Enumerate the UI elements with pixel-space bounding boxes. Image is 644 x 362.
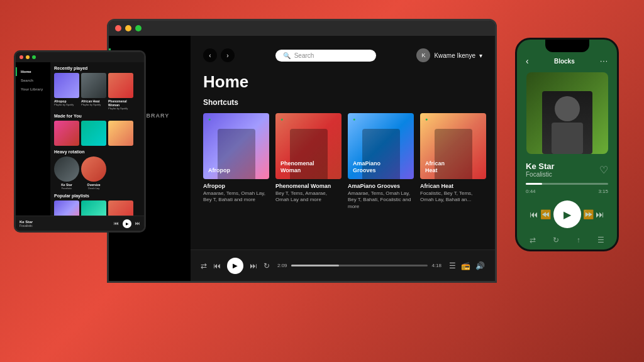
- t-afropop-sub: Playlist by Spotify: [54, 103, 79, 106]
- shuffle-icon[interactable]: ⇄: [201, 261, 207, 270]
- african-label: AfricanHeat: [425, 160, 445, 174]
- tablet-dot-green[interactable]: [32, 55, 36, 59]
- made-for-you-grid: [54, 121, 140, 146]
- heavy-rotation-label: Heavy rotation: [54, 150, 140, 154]
- next-icon[interactable]: ⏭: [250, 261, 257, 270]
- phone-skip-forward-icon[interactable]: ⏩: [583, 209, 594, 219]
- dot-green[interactable]: [135, 25, 142, 31]
- phone-track-fill: [526, 183, 542, 185]
- user-avatar: K: [416, 48, 430, 62]
- search-bar[interactable]: 🔍 Search: [275, 50, 376, 62]
- play-pause-button[interactable]: ▶: [227, 258, 243, 274]
- nav-back[interactable]: ‹: [203, 48, 217, 62]
- shortcut-card-african[interactable]: ● AfricanHeat African Heat Focalistic, B…: [420, 113, 486, 210]
- phone-prev-icon[interactable]: ⏮: [530, 209, 538, 219]
- tablet-titlebar: [16, 52, 144, 62]
- phone-track-title: Ke Star: [526, 162, 555, 171]
- phone-screen: ‹ Blocks ··· Ke Star Focalistic ♡ 0:44: [515, 38, 619, 251]
- t-mfy-1[interactable]: [54, 121, 79, 146]
- popular-playlists-label: Popular playlists: [54, 194, 140, 198]
- heart-icon[interactable]: ♡: [599, 164, 608, 176]
- woman-label: PhenomenalWoman: [280, 160, 314, 174]
- phone-header: ‹ Blocks ···: [517, 52, 617, 69]
- t-mfy-3[interactable]: [108, 121, 133, 146]
- ts-search[interactable]: Search: [16, 76, 50, 85]
- dot-red[interactable]: [115, 25, 121, 31]
- t-card-afropop[interactable]: Afropop Playlist by Spotify: [54, 73, 79, 110]
- t-mfy-2[interactable]: [81, 121, 106, 146]
- woman-cover: ● PhenomenalWoman: [275, 113, 341, 179]
- phone-share-icon[interactable]: ↑: [577, 236, 580, 244]
- african-cover: ● AfricanHeat: [420, 113, 486, 179]
- laptop-device: Home Browse Radio YOUR LIBRARY ‹ › 🔍 Sea…: [107, 19, 497, 283]
- ts-home[interactable]: Home: [16, 67, 50, 76]
- repeat-icon[interactable]: ↻: [264, 261, 270, 270]
- phone-next-icon[interactable]: ⏭: [596, 209, 604, 219]
- hr-sub-1: Focalistic: [54, 187, 79, 190]
- phone-track-text: Ke Star Focalistic: [526, 162, 555, 178]
- dot-yellow[interactable]: [125, 25, 131, 31]
- queue-icon[interactable]: ☰: [449, 261, 456, 270]
- t-african-img: [81, 73, 106, 98]
- t-play-button[interactable]: ▶: [123, 219, 131, 228]
- shortcut-card-woman[interactable]: ● PhenomenalWoman Phenomenal Woman Bey T…: [275, 113, 341, 210]
- amapiano-label: AmaPianoGrooves: [353, 160, 380, 174]
- phone-total-time: 3:15: [598, 189, 608, 194]
- shortcuts-grid: ● Afropop Afropop Amaarae, Tems, Omah La…: [203, 113, 482, 210]
- heavy-rotation-grid: Ke Star Focalistic Oversize Omah Lay: [54, 156, 140, 190]
- tablet-song-info: Ke Star Focalistic: [19, 220, 110, 228]
- phone-device: ‹ Blocks ··· Ke Star Focalistic ♡ 0:44: [515, 38, 619, 251]
- phone-skip-back-icon[interactable]: ⏪: [540, 209, 551, 219]
- current-time: 2:09: [277, 263, 287, 268]
- hr-item-2[interactable]: Oversize Omah Lay: [81, 156, 106, 190]
- progress-track[interactable]: [291, 265, 428, 266]
- phone-play-button[interactable]: ▶: [553, 200, 581, 228]
- hr-img-1: [54, 156, 79, 182]
- t-next-icon[interactable]: ⏭: [135, 221, 140, 226]
- t-african-sub: Playlist by Spotify: [81, 103, 106, 106]
- phone-shuffle-icon[interactable]: ⇄: [530, 236, 536, 244]
- t-card-woman[interactable]: Phenomenal Woman Playlist by Spotify: [108, 73, 133, 110]
- shortcuts-label: Shortcuts: [203, 98, 482, 107]
- volume-icon[interactable]: 🔊: [475, 261, 485, 270]
- phone-extra-controls: ⇄ ↻ ↑ ☰: [517, 233, 617, 247]
- phone-track-bar[interactable]: [526, 183, 608, 185]
- t-woman-img: [108, 73, 133, 98]
- tablet-main: Recently played Afropop Playlist by Spot…: [50, 62, 144, 216]
- tablet-dot-yellow[interactable]: [26, 55, 30, 59]
- t-card-african[interactable]: African Heat Playlist by Spotify: [81, 73, 106, 110]
- afropop-label: Afropop: [208, 167, 230, 174]
- shortcut-card-amapiano[interactable]: ● AmaPianoGrooves AmaPiano Grooves Amaar…: [348, 113, 414, 210]
- laptop-topbar: ‹ › 🔍 Search K Kwame Ikenye ▾: [203, 48, 482, 62]
- tablet-dot-red[interactable]: [19, 55, 23, 59]
- prev-icon[interactable]: ⏮: [213, 261, 221, 270]
- spotify-badge: ●: [353, 117, 355, 121]
- amapiano-card-artists: Amaarae, Tems, Omah Lay, Bey T, Bahati, …: [348, 190, 414, 210]
- phone-repeat-icon[interactable]: ↻: [553, 236, 559, 244]
- page-title: Home: [203, 72, 482, 92]
- phone-more-icon[interactable]: ···: [600, 57, 608, 65]
- laptop-titlebar: [109, 21, 495, 36]
- t-pp-1[interactable]: [54, 200, 79, 216]
- t-pp-2[interactable]: [81, 200, 106, 216]
- total-time: 4:18: [431, 263, 441, 268]
- device-icon[interactable]: 📻: [461, 261, 470, 270]
- tablet-screen: Home Search Your Library Recently played…: [14, 50, 146, 233]
- phone-queue-icon[interactable]: ☰: [597, 236, 604, 244]
- tablet-song-artist: Focalistic: [19, 224, 110, 228]
- nav-forward[interactable]: ›: [221, 48, 235, 62]
- playback-controls: ⇄ ⏮ ▶ ⏭ ↻: [201, 258, 270, 274]
- laptop-main-content: ‹ › 🔍 Search K Kwame Ikenye ▾ Home Short…: [191, 36, 495, 281]
- shortcut-card-afropop[interactable]: ● Afropop Afropop Amaarae, Tems, Omah La…: [203, 113, 269, 210]
- amapiano-card-title: AmaPiano Grooves: [348, 183, 414, 189]
- hr-item-1[interactable]: Ke Star Focalistic: [54, 156, 79, 190]
- phone-back-icon[interactable]: ‹: [526, 56, 529, 66]
- phone-progress-section: [517, 180, 617, 187]
- t-pp-3[interactable]: [108, 200, 133, 216]
- user-info[interactable]: K Kwame Ikenye ▾: [416, 48, 482, 62]
- phone-album-art: [526, 72, 608, 154]
- progress-bar[interactable]: 2:09 4:18: [277, 263, 441, 268]
- ts-library[interactable]: Your Library: [16, 85, 50, 94]
- chevron-down-icon: ▾: [479, 52, 482, 59]
- t-prev-icon[interactable]: ⏮: [114, 221, 119, 226]
